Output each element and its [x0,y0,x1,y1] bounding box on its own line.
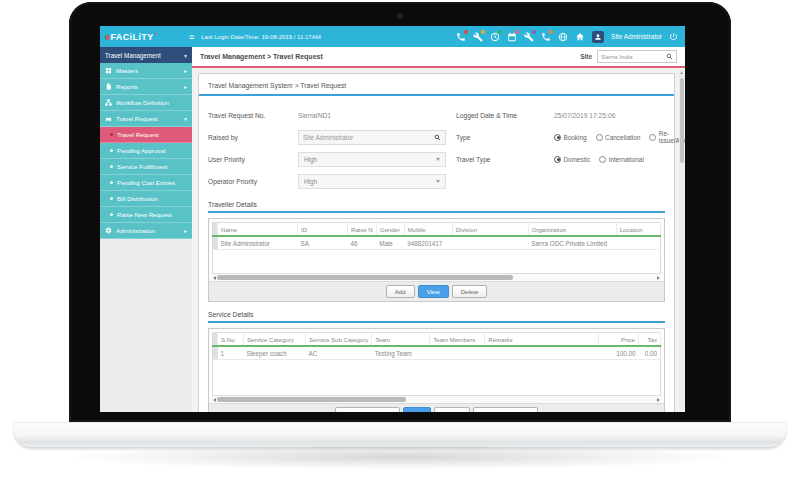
radio-cancellation[interactable]: Cancellation [596,134,641,141]
breadcrumb-bar: Travel Management > Travel Request Site … [192,47,685,66]
col-remarks[interactable]: Remarks [485,333,599,347]
col-service-sub-category[interactable]: Service Sub Category [306,333,372,347]
col-id[interactable]: ID [298,223,348,237]
sidebar-item-label: Workflow Definition [116,99,169,106]
col-division[interactable]: Division [452,223,528,237]
user-priority-label: User Priority [208,148,292,170]
topbar-icon-group: Site Administrator [456,31,679,43]
sidebar-item-administration[interactable]: Administration ▸ [100,223,192,239]
add-button[interactable]: Add [386,285,415,298]
notification-badge [498,30,503,35]
bullet-icon [110,181,113,184]
col-gender[interactable]: Gender [376,223,404,237]
logged-date-value: 25/07/2019 17:25:06 [554,104,685,126]
work-area: ▲ Travel Management System > Travel Requ… [192,68,685,412]
home-icon[interactable] [575,32,585,42]
call-icon[interactable] [541,32,551,42]
globe-icon[interactable] [558,32,568,42]
scroll-right-arrow[interactable] [657,398,660,402]
travel-request-panel: Travel Management System > Travel Reques… [198,73,675,412]
chevron-down-icon [436,180,440,183]
laptop-bezel: eFACiLiTY™ ≡ Last Login Date/Time: 19-08… [69,2,731,422]
service-header-row: S.No Service Category Service Sub Catego… [213,333,661,347]
site-value: Sierra India [601,53,633,60]
hamburger-menu-icon[interactable]: ≡ [189,32,194,42]
col-location[interactable]: Location [616,223,660,237]
add-new-service-button[interactable]: Add New Service [335,407,400,412]
sidebar-subitem-service-fulfillment[interactable]: Service Fulfillment [100,159,192,175]
notification-badge [464,30,469,35]
sidebar-subitem-raise-new-request[interactable]: Raise New Request [100,207,192,223]
vertical-scrollbar[interactable]: ▲ [679,70,684,410]
service-row[interactable]: 1 Sleeper coach AC Testing Team 100.00 0… [213,346,661,360]
site-selector: Site Sierra India [580,50,677,63]
delete-button[interactable]: Delete [452,285,488,298]
sidebar-subitem-label: Bill Distribution [117,195,158,202]
logged-in-user[interactable]: Site Administrator [611,33,662,40]
last-login-text: Last Login Date/Time: 19-08-2019 / 11:17… [201,34,320,40]
chevron-right-icon: ▸ [184,83,187,90]
search-icon [434,134,441,141]
horizontal-scrollbar[interactable] [212,274,661,281]
app-screen: eFACiLiTY™ ≡ Last Login Date/Time: 19-08… [100,26,685,412]
logo-text: FACiLiTY [110,32,153,42]
col-name[interactable]: Name [218,223,298,237]
chevron-down-icon: ▾ [184,115,187,122]
sidebar-subitem-pending-approval[interactable]: Pending Approval [100,143,192,159]
edit-button[interactable]: Edit [403,407,432,412]
user-avatar[interactable] [592,31,604,43]
sidebar-item-workflow-definition[interactable]: Workflow Definition [100,95,192,111]
scrollbar-thumb[interactable] [217,397,406,402]
col-service-category[interactable]: Service Category [244,333,306,347]
wrench-icon[interactable] [473,32,483,42]
traveller-row[interactable]: Site Administrator SA 46 Male 9488201417… [213,236,661,250]
scrollbar-thumb[interactable] [217,275,513,280]
notes-icon[interactable] [507,32,517,42]
radio-domestic[interactable]: Domestic [554,156,590,163]
sidebar-item-reports[interactable]: Reports ▸ [100,79,192,95]
notification-badge [515,30,520,35]
delete-button[interactable]: Delete [434,407,470,412]
sidebar: Travel Management ▾ Masters ▸ Reports ▸ [100,47,192,412]
travel-icon [105,115,112,122]
sidebar-subitem-label: Raise New Request [117,211,172,218]
clock-icon[interactable] [490,32,500,42]
scroll-up-arrow[interactable]: ▲ [679,71,684,75]
col-price[interactable]: Price [599,333,639,347]
radio-international[interactable]: International [599,156,644,163]
raised-by-input[interactable]: Site Administrator [298,130,446,145]
logout-power-icon[interactable] [669,32,679,42]
col-tax[interactable]: Tax [639,333,661,347]
view-button[interactable]: View [418,285,449,298]
sidebar-item-masters[interactable]: Masters ▸ [100,63,192,79]
sidebar-item-travel-request-parent[interactable]: Travel Request ▾ [100,111,192,127]
col-team[interactable]: Team [372,333,430,347]
horizontal-scrollbar[interactable] [212,396,661,403]
notification-badge [481,30,486,35]
sidebar-subitem-bill-distribution[interactable]: Bill Distribution [100,191,192,207]
col-team-members[interactable]: Team Members [430,333,485,347]
sidebar-module-header[interactable]: Travel Management ▾ [100,47,192,63]
col-organization[interactable]: Organization [528,223,616,237]
radio-icon [554,134,561,141]
site-search-input[interactable]: Sierra India [597,50,677,63]
traveller-grid: Name ID Raise N Gender Mobile Division O… [208,218,665,302]
sidebar-subitem-travel-request[interactable]: Travel Request [100,127,192,143]
operator-priority-select[interactable]: High [298,174,446,189]
clear-all-services-button[interactable]: Clear all Services [473,407,538,412]
col-raise-n[interactable]: Raise N [348,223,377,237]
sidebar-subitem-pending-cost-entries[interactable]: Pending Cost Entries [100,175,192,191]
radio-booking[interactable]: Booking [554,134,587,141]
scroll-right-arrow[interactable] [657,276,660,280]
scrollbar-thumb[interactable] [680,78,684,163]
col-mobile[interactable]: Mobile [404,223,452,237]
report-icon [105,83,112,90]
scroll-left-arrow[interactable] [213,276,216,280]
col-sno[interactable]: S.No [218,333,244,347]
phone-icon[interactable] [456,32,466,42]
notification-badge [549,30,554,35]
tools-icon[interactable] [524,32,534,42]
user-priority-select[interactable]: High [298,152,446,167]
traveller-header-row: Name ID Raise N Gender Mobile Division O… [213,223,661,237]
scroll-left-arrow[interactable] [213,398,216,402]
